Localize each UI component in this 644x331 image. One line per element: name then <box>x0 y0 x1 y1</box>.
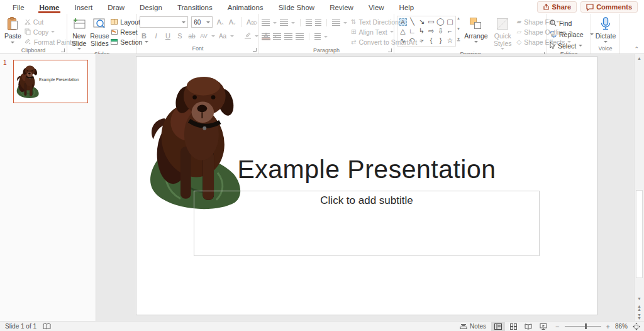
slide-show-button[interactable] <box>536 322 550 331</box>
shape-gallery-item[interactable]: ∿ <box>399 36 408 45</box>
ribbon-tab-bar: File Home Insert Draw Design Transitions… <box>0 0 644 14</box>
tab-draw[interactable]: Draw <box>100 1 132 13</box>
clipboard-dialog-launcher[interactable] <box>61 48 65 52</box>
numbering-button[interactable] <box>280 20 288 26</box>
notes-button[interactable]: Notes <box>460 323 486 330</box>
tab-transitions[interactable]: Transitions <box>170 1 220 13</box>
scroll-down-button[interactable]: ▼ <box>635 295 644 303</box>
slide-title-text[interactable]: Example Presentation <box>136 155 597 184</box>
shape-gallery-item[interactable]: △ <box>399 27 408 35</box>
shape-gallery-more[interactable]: ▼▔ <box>457 37 460 45</box>
shape-textbox[interactable]: A <box>399 18 407 26</box>
italic-button[interactable]: I <box>152 32 160 40</box>
shape-gallery-down[interactable]: ▼ <box>457 27 460 31</box>
decrease-indent-button[interactable] <box>306 20 312 26</box>
tab-animations[interactable]: Animations <box>220 1 271 13</box>
paste-button[interactable]: Paste <box>3 16 23 44</box>
next-slide-button[interactable]: ▼▼ <box>635 312 644 321</box>
justify-button[interactable] <box>296 33 304 40</box>
zoom-slider[interactable] <box>565 326 601 327</box>
tab-slide-show[interactable]: Slide Show <box>271 1 323 13</box>
slide-thumbnail-1[interactable]: Example Presentation <box>13 60 88 103</box>
align-left-button[interactable] <box>262 33 270 40</box>
scrollbar-thumb[interactable] <box>636 190 643 278</box>
tab-help[interactable]: Help <box>392 1 422 13</box>
shape-gallery-item[interactable]: ⇨ <box>427 27 436 35</box>
shape-gallery-item[interactable]: ▭ <box>427 18 436 26</box>
paragraph-dialog-launcher[interactable] <box>388 48 392 52</box>
paste-dropdown[interactable] <box>11 42 14 43</box>
shape-gallery-item[interactable]: ▢ <box>446 18 455 26</box>
strikethrough-button[interactable]: ab <box>187 33 196 40</box>
tab-file[interactable]: File <box>5 1 32 13</box>
arrange-button[interactable]: Arrange <box>464 16 489 43</box>
bold-button[interactable]: B <box>140 32 148 40</box>
reading-view-button[interactable] <box>521 322 535 331</box>
normal-view-button[interactable] <box>491 322 505 331</box>
subtitle-placeholder[interactable]: Click to add subtitle <box>194 191 540 256</box>
zoom-in-button[interactable]: + <box>606 323 610 330</box>
zoom-out-button[interactable]: − <box>555 323 559 330</box>
shape-gallery-item[interactable]: ↳ <box>418 27 426 35</box>
format-painter-icon <box>25 38 31 45</box>
previous-slide-button[interactable]: ▲▲ <box>635 303 644 312</box>
find-button[interactable]: Find <box>550 18 594 28</box>
text-shadow-button[interactable]: S <box>175 32 184 40</box>
new-slide-dropdown[interactable] <box>77 48 81 50</box>
dictate-dropdown[interactable] <box>604 41 608 43</box>
share-button[interactable]: Share <box>537 1 577 13</box>
vertical-scrollbar[interactable]: ▲ ▼ ▲▲ ▼▼ <box>634 54 644 321</box>
dictate-button[interactable]: Dictate <box>594 16 618 43</box>
shape-gallery-item[interactable]: ╲ <box>408 18 417 26</box>
reuse-slides-button[interactable]: Reuse Slides <box>88 16 111 48</box>
fit-slide-to-window-button[interactable] <box>633 323 640 330</box>
font-size-combobox[interactable]: 60 <box>191 16 213 28</box>
new-slide-button[interactable]: New Slide <box>70 16 88 50</box>
tab-design[interactable]: Design <box>132 1 170 13</box>
highlight-color-button[interactable] <box>244 30 252 42</box>
tab-insert[interactable]: Insert <box>67 1 100 13</box>
shape-gallery-item[interactable]: ◠ <box>408 36 417 45</box>
change-case-button[interactable]: Aa <box>218 33 227 40</box>
zoom-slider-handle[interactable] <box>585 323 587 329</box>
shape-gallery-item[interactable]: ∟ <box>408 27 417 35</box>
tab-review[interactable]: Review <box>322 1 361 13</box>
bullets-button[interactable] <box>262 20 270 26</box>
collapse-ribbon-button[interactable]: ⌃ <box>634 46 639 52</box>
slide-sorter-view-button[interactable] <box>506 322 520 331</box>
quick-styles-button[interactable]: Quick Styles <box>492 16 514 50</box>
shape-gallery-item[interactable]: } <box>436 36 445 45</box>
shape-gallery-up[interactable]: ▲ <box>457 16 460 20</box>
scroll-up-button[interactable]: ▲ <box>635 54 644 63</box>
shape-gallery-item[interactable]: ⌐ <box>446 27 455 35</box>
font-name-combobox[interactable] <box>140 16 188 28</box>
font-dialog-launcher[interactable] <box>253 48 257 52</box>
replace-button[interactable]: ab Replace <box>550 30 594 39</box>
comments-button[interactable]: Comments <box>580 1 638 13</box>
underline-button[interactable]: U <box>164 32 172 40</box>
align-right-button[interactable] <box>284 33 292 40</box>
shape-gallery-item[interactable]: ~ <box>418 36 426 45</box>
shape-gallery-item[interactable]: ⇩ <box>436 27 445 35</box>
slide-canvas[interactable]: Example Presentation Click to add subtit… <box>136 57 597 315</box>
shape-gallery-item[interactable]: ☆ <box>446 36 455 45</box>
reuse-slides-icon <box>92 16 106 31</box>
increase-indent-button[interactable] <box>315 20 321 26</box>
align-center-button[interactable] <box>273 33 281 40</box>
shape-gallery-item[interactable]: ↘ <box>418 18 426 26</box>
tab-home[interactable]: Home <box>32 1 67 13</box>
shape-gallery-item[interactable]: { <box>427 36 436 45</box>
shape-gallery-item[interactable]: ◯ <box>436 18 445 26</box>
shape-gallery[interactable]: A ╲ ↘ ▭ ◯ ▢ △ ∟ ↳ ⇨ ⇩ ⌐ ∿ ◠ ~ <box>397 16 456 47</box>
character-spacing-button[interactable]: AV <box>199 33 208 39</box>
decrease-font-size-button[interactable]: A˅ <box>228 18 236 26</box>
scrollbar-track[interactable] <box>635 63 644 295</box>
columns-button[interactable] <box>314 33 321 40</box>
increase-font-size-button[interactable]: A˄ <box>216 18 225 26</box>
clear-formatting-button[interactable]: A⌦ <box>247 18 257 26</box>
line-spacing-button[interactable] <box>332 20 340 26</box>
select-button[interactable]: Select <box>550 41 594 50</box>
spell-check-icon[interactable] <box>43 323 51 330</box>
zoom-level[interactable]: 86% <box>615 323 628 330</box>
tab-view[interactable]: View <box>361 1 392 13</box>
